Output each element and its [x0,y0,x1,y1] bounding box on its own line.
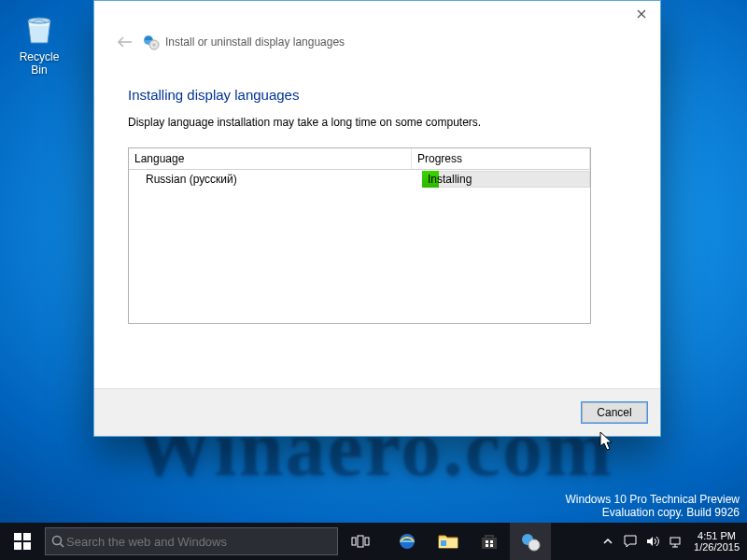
taskbar: 4:51 PM 1/26/2015 [0,523,747,560]
svg-rect-5 [23,533,31,540]
svg-point-0 [28,18,50,23]
windows-preview-text: Windows 10 Pro Technical Preview Evaluat… [565,493,740,519]
dialog-header-text: Install or uninstall display languages [165,35,345,49]
svg-rect-6 [14,542,21,550]
folder-icon [438,533,458,550]
svg-rect-15 [441,540,446,546]
svg-rect-11 [358,536,363,547]
svg-rect-7 [23,542,31,550]
svg-line-9 [61,544,64,548]
svg-rect-20 [490,544,493,547]
cancel-button[interactable]: Cancel [582,402,647,423]
volume-button[interactable] [641,523,664,560]
recycle-bin-label: Recycle Bin [11,50,67,77]
back-button [113,33,137,51]
language-pack-app-button[interactable] [510,523,551,560]
column-progress[interactable]: Progress [412,148,590,169]
preview-line1: Windows 10 Pro Technical Preview [565,493,740,506]
recycle-bin-icon [21,9,58,47]
svg-point-22 [529,539,540,551]
svg-rect-18 [490,540,493,543]
dialog-title: Installing display languages [128,87,627,103]
tray-overflow-button[interactable] [597,523,619,560]
ie-icon [397,531,417,552]
clock-time: 4:51 PM [694,530,740,541]
close-icon [637,9,646,19]
column-language[interactable]: Language [129,148,412,169]
task-view-button[interactable] [338,523,383,560]
ie-button[interactable] [387,523,428,560]
recycle-bin[interactable]: Recycle Bin [11,9,67,77]
network-button[interactable] [664,523,686,560]
network-icon [669,535,682,548]
svg-point-3 [153,44,156,47]
svg-point-8 [53,537,62,545]
start-button[interactable] [0,523,45,560]
language-install-dialog: Install or uninstall display languages I… [93,0,661,437]
file-explorer-button[interactable] [428,523,469,560]
task-view-icon [351,534,370,549]
action-center-icon [624,535,637,548]
svg-rect-19 [486,544,488,547]
windows-logo-icon [14,533,31,550]
taskbar-clock[interactable]: 4:51 PM 1/26/2015 [686,530,747,553]
svg-rect-23 [670,538,680,544]
store-icon [480,532,499,551]
svg-rect-10 [352,538,356,545]
taskbar-pinned-apps [387,523,551,560]
table-row: Russian (русский) Installing [129,170,590,189]
svg-rect-4 [14,533,21,540]
svg-rect-17 [486,540,488,543]
preview-line2: Evaluation copy. Build 9926 [565,506,740,519]
search-icon [51,535,64,548]
dialog-footer: Cancel [94,388,660,436]
row-language: Russian (русский) [129,170,422,189]
svg-rect-16 [482,538,497,549]
desktop: Recycle Bin Winaero.com Windows 10 Pro T… [0,0,747,560]
store-button[interactable] [469,523,510,560]
dialog-header: Install or uninstall display languages [94,1,660,51]
svg-rect-12 [365,538,369,545]
progress-label: Installing [428,173,472,186]
search-field[interactable] [64,534,331,550]
dialog-notice: Display language installation may take a… [128,116,627,129]
system-tray: 4:51 PM 1/26/2015 [597,523,747,560]
globe-disc-icon [143,34,160,50]
search-input[interactable] [45,527,338,555]
table-header: Language Progress [129,148,590,170]
back-arrow-icon [117,35,134,49]
globe-disc-icon [520,531,541,552]
action-center-button[interactable] [619,523,641,560]
row-progress: Installing [422,171,590,188]
clock-date: 1/26/2015 [694,541,740,553]
language-table: Language Progress Russian (русский) Inst… [128,147,591,324]
chevron-up-icon [603,537,613,546]
close-button[interactable] [623,1,660,27]
speaker-icon [646,535,659,548]
